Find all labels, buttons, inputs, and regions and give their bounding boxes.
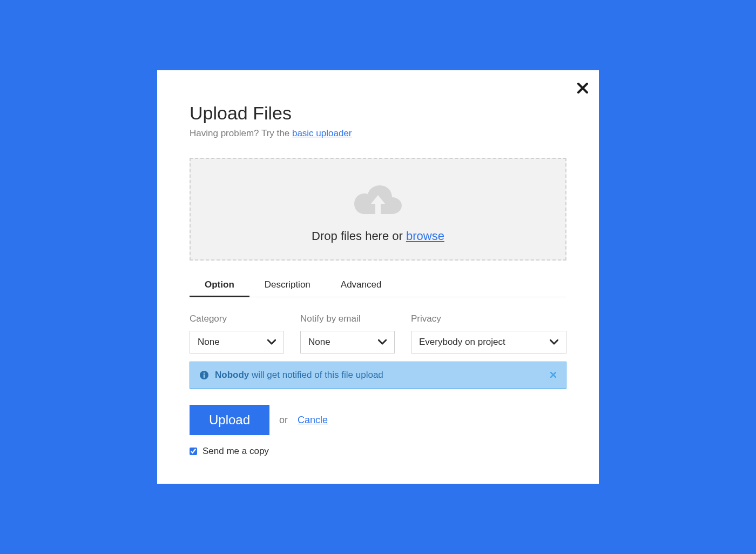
upload-files-modal: Upload Files Having problem? Try the bas… (157, 70, 599, 484)
info-icon (200, 371, 208, 379)
chevron-down-icon (267, 339, 276, 345)
tab-advanced[interactable]: Advanced (326, 274, 397, 297)
chevron-down-icon (550, 339, 558, 345)
notify-select[interactable]: None (300, 331, 395, 353)
alert-close-button[interactable] (550, 370, 556, 380)
alert-text: Nobody will get notified of this file up… (215, 370, 550, 381)
close-icon (577, 83, 588, 94)
alert-bold: Nobody (215, 370, 249, 380)
basic-uploader-link[interactable]: basic uploader (292, 128, 352, 138)
category-group: Category None (190, 313, 284, 353)
chevron-down-icon (378, 339, 387, 345)
alert-rest: will get notified of this file upload (249, 370, 383, 380)
dropzone-text: Drop files here or browse (201, 229, 555, 243)
tabs: Option Description Advanced (190, 274, 566, 297)
subtitle-prefix: Having problem? Try the (190, 128, 292, 138)
upload-button[interactable]: Upload (190, 405, 269, 435)
svg-point-1 (204, 372, 205, 374)
modal-title: Upload Files (190, 103, 566, 124)
svg-rect-2 (204, 375, 205, 378)
checkbox-row: Send me a copy (190, 446, 566, 457)
action-row: Upload or Cancle (190, 405, 566, 435)
cloud-upload-icon (353, 183, 403, 216)
modal-subtitle: Having problem? Try the basic uploader (190, 128, 566, 139)
privacy-label: Privacy (411, 313, 566, 324)
close-icon (550, 372, 556, 378)
tab-description[interactable]: Description (249, 274, 326, 297)
privacy-value: Everybody on project (419, 337, 550, 348)
browse-link[interactable]: browse (406, 229, 444, 243)
privacy-group: Privacy Everybody on project (411, 313, 566, 353)
notify-label: Notify by email (300, 313, 395, 324)
notification-alert: Nobody will get notified of this file up… (190, 362, 566, 389)
cancel-link[interactable]: Cancle (298, 415, 328, 426)
privacy-select[interactable]: Everybody on project (411, 331, 566, 353)
tab-option[interactable]: Option (190, 274, 249, 297)
dropzone-prefix: Drop files here or (312, 229, 406, 243)
category-label: Category (190, 313, 284, 324)
file-dropzone[interactable]: Drop files here or browse (190, 158, 566, 261)
category-value: None (198, 337, 267, 348)
close-button[interactable] (577, 81, 588, 96)
notify-group: Notify by email None (300, 313, 395, 353)
or-text: or (279, 415, 288, 426)
form-row: Category None Notify by email None Priva… (190, 313, 566, 353)
category-select[interactable]: None (190, 331, 284, 353)
send-copy-checkbox[interactable] (190, 448, 197, 455)
send-copy-label: Send me a copy (202, 446, 269, 457)
notify-value: None (308, 337, 378, 348)
